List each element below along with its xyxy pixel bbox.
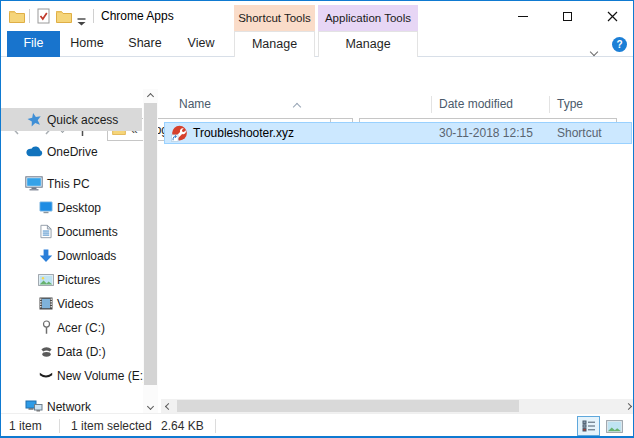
qat-customize-icon[interactable] <box>77 12 86 30</box>
details-view-button[interactable] <box>577 416 600 436</box>
explorer-window: Chrome Apps Shortcut Tools Application T… <box>0 0 634 438</box>
sidebar-item-label: Pictures <box>57 273 100 287</box>
contextual-group-application-tools: Application Tools <box>318 5 418 31</box>
sidebar-item-desktop[interactable]: Desktop <box>1 196 142 219</box>
sidebar-item-pictures[interactable]: Pictures <box>1 268 142 291</box>
tab-manage-shortcut-tools[interactable]: Manage <box>234 31 315 57</box>
scroll-right-button[interactable] <box>621 399 634 413</box>
status-item-count: 1 item <box>9 414 42 438</box>
onedrive-cloud-icon <box>25 143 43 161</box>
sidebar-item-label: This PC <box>47 177 90 191</box>
sidebar-item-label: Desktop <box>57 201 101 215</box>
qat-new-folder-icon[interactable] <box>56 9 72 27</box>
status-separator <box>215 419 216 433</box>
sidebar-item-label: Downloads <box>57 249 116 263</box>
sidebar-item-videos[interactable]: Videos <box>1 292 142 315</box>
titlebar-separator <box>93 9 94 23</box>
status-separator <box>59 419 60 433</box>
column-separator[interactable] <box>549 96 550 113</box>
documents-icon <box>37 223 55 241</box>
window-folder-icon <box>9 9 25 27</box>
maximize-button[interactable] <box>545 1 590 31</box>
help-button[interactable]: ? <box>612 37 627 52</box>
status-selection: 1 item selected <box>71 414 152 438</box>
chevron-up-icon <box>147 92 154 99</box>
window-title: Chrome Apps <box>101 1 174 31</box>
sidebar-item-label: Acer (C:) <box>57 321 105 335</box>
status-selection-size: 2.64 KB <box>161 414 204 438</box>
scroll-left-button[interactable] <box>161 399 175 413</box>
horizontal-scrollbar[interactable] <box>161 399 634 413</box>
sidebar-item-quick-access[interactable]: Quick access <box>1 108 142 131</box>
downloads-arrow-icon <box>37 247 55 265</box>
chevron-down-icon <box>590 48 598 56</box>
sidebar-item-this-pc[interactable]: This PC <box>1 172 142 195</box>
column-header-date-modified[interactable]: Date modified <box>439 89 513 119</box>
column-header-type[interactable]: Type <box>557 89 583 119</box>
file-row-troubleshooter[interactable]: Troubleshooter.xyz 30-11-2018 12:15 Shor… <box>164 122 632 144</box>
tab-share[interactable]: Share <box>121 31 169 57</box>
minimize-icon <box>518 16 528 17</box>
column-separator[interactable] <box>431 96 432 113</box>
sidebar-item-label: Documents <box>57 225 118 239</box>
sidebar-item-label: OneDrive <box>47 145 98 159</box>
tab-home[interactable]: Home <box>63 31 111 57</box>
sidebar-item-label: Videos <box>57 297 93 311</box>
scrollbar-thumb[interactable] <box>144 103 157 385</box>
sidebar-item-documents[interactable]: Documents <box>1 220 142 243</box>
sidebar-item-drive-c[interactable]: Acer (C:) <box>1 316 142 339</box>
column-header-name[interactable]: Name <box>179 89 211 119</box>
qat-properties-icon[interactable] <box>37 8 50 28</box>
chevron-down-icon <box>147 402 154 409</box>
drive-e-icon <box>37 367 55 385</box>
ribbon-tab-row: File Home Share View Manage Manage <box>1 31 633 57</box>
sidebar-item-drive-e[interactable]: New Volume (E:) <box>1 364 142 387</box>
this-pc-monitor-icon <box>25 175 43 193</box>
details-view-icon <box>582 420 596 432</box>
sidebar-item-downloads[interactable]: Downloads <box>1 244 142 267</box>
sidebar-item-drive-d[interactable]: Data (D:) <box>1 340 142 363</box>
drive-c-icon <box>37 319 55 337</box>
scroll-down-button[interactable] <box>143 399 158 413</box>
close-button[interactable] <box>590 1 634 31</box>
file-date-modified: 30-11-2018 12:15 <box>439 123 533 143</box>
sidebar-item-label: New Volume (E:) <box>57 369 147 383</box>
file-type: Shortcut <box>557 123 602 143</box>
sidebar-item-label: Network <box>47 400 91 414</box>
chevron-right-icon <box>624 402 631 409</box>
title-bar: Chrome Apps Shortcut Tools Application T… <box>1 1 633 31</box>
tab-manage-application-tools[interactable]: Manage <box>318 31 418 57</box>
troubleshooter-file-icon <box>171 125 188 146</box>
titlebar-separator <box>29 9 30 23</box>
thumbnail-view-button[interactable] <box>603 416 626 436</box>
close-icon <box>607 11 618 22</box>
minimize-button[interactable] <box>500 1 545 31</box>
status-bar: 1 item 1 item selected 2.64 KB <box>1 413 633 437</box>
quick-access-star-icon <box>25 111 43 129</box>
tab-view[interactable]: View <box>177 31 225 57</box>
drive-d-icon <box>37 343 55 361</box>
sidebar-item-label: Data (D:) <box>57 345 106 359</box>
pictures-icon <box>37 271 55 289</box>
thumbnail-view-icon <box>606 420 623 433</box>
file-name: Troubleshooter.xyz <box>193 123 294 143</box>
desktop-icon <box>37 199 55 217</box>
scrollbar-thumb[interactable] <box>177 400 519 412</box>
sidebar-scrollbar[interactable] <box>143 89 158 413</box>
navigation-row: « Programs Chrome Apps <box>1 57 633 89</box>
sort-ascending-icon[interactable] <box>294 96 300 114</box>
sidebar-item-onedrive[interactable]: OneDrive <box>1 140 142 163</box>
scroll-up-button[interactable] <box>143 89 158 103</box>
maximize-icon <box>563 12 572 21</box>
chevron-left-icon <box>164 402 171 409</box>
videos-icon <box>37 295 55 313</box>
sidebar-item-label: Quick access <box>47 113 118 127</box>
tab-file[interactable]: File <box>7 31 60 57</box>
contextual-group-shortcut-tools: Shortcut Tools <box>234 5 315 31</box>
